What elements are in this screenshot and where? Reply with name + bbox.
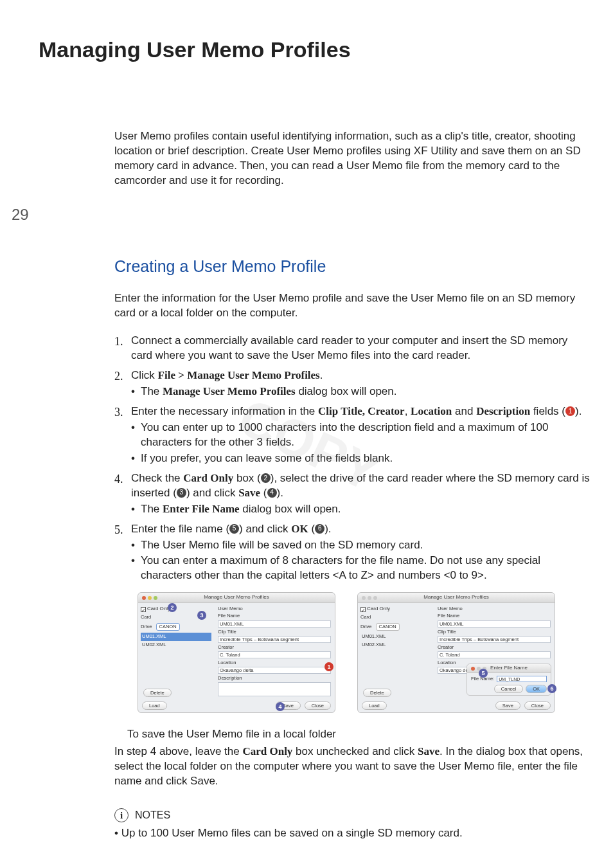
step-3: Enter the necessary information in the C… — [114, 404, 590, 466]
filename-label: File Name — [218, 613, 331, 619]
page-title: Managing User Memo Profiles — [39, 35, 595, 65]
step-1: Connect a commercially available card re… — [114, 334, 590, 363]
callout-6-icon: 6 — [315, 524, 324, 534]
figure-dialog-left: Manage User Memo Profiles Card Only Card… — [138, 592, 335, 713]
load-button-2: Load — [362, 701, 387, 710]
step-3-text: Enter the necessary information in the C… — [131, 405, 582, 417]
step-4: Check the Card Only box (2), select the … — [114, 471, 590, 517]
dialog-titlebar: Manage User Memo Profiles — [138, 593, 335, 603]
step-3-bullet-1: You can enter up to 1000 characters into… — [131, 420, 590, 450]
step-5: Enter the file name (5) and click OK (6)… — [114, 522, 590, 584]
enter-filename-modal: Enter File Name File Name: UM_TLND Cance… — [466, 664, 551, 696]
section-title: Creating a User Memo Profile — [114, 256, 590, 278]
dialog-titlebar-2: Manage User Memo Profiles — [358, 593, 555, 603]
intro-paragraph: User Memo profiles contain useful identi… — [114, 129, 590, 188]
creator-label: Creator — [218, 644, 331, 651]
user-memo-label: User Memo — [218, 606, 331, 612]
callout-3-icon: 3 — [177, 488, 186, 498]
description-input — [218, 682, 331, 696]
delete-button-2: Delete — [363, 689, 391, 697]
step-2: Click File > Manage User Memo Profiles. … — [114, 368, 590, 399]
figure-dialog-right: Manage User Memo Profiles Card Only Card… — [357, 592, 555, 713]
local-folder-heading: To save the User Memo file in a local fo… — [127, 727, 590, 742]
step-5-text: Enter the file name (5) and click OK (6)… — [131, 523, 332, 535]
cancel-button: Cancel — [494, 685, 523, 693]
notes-item: • Up to 100 User Memo files can be saved… — [114, 826, 590, 841]
load-button: Load — [142, 701, 167, 710]
location-label: Location — [218, 660, 331, 666]
dialog-title-2: Manage User Memo Profiles — [358, 594, 555, 601]
cliptitle-label: Clip Title — [218, 629, 331, 635]
step-1-text: Connect a commercially available card re… — [131, 334, 567, 361]
figure-row: Manage User Memo Profiles Card Only Card… — [138, 592, 590, 713]
description-label: Description — [218, 675, 331, 682]
file-item: UM02.XML — [141, 641, 211, 649]
card-only-checkbox — [141, 607, 146, 612]
save-button-2: Save — [495, 701, 520, 710]
step-3-bullet-2: If you prefer, you can leave some of the… — [131, 451, 590, 466]
drive-label: Drive — [141, 624, 152, 630]
file-item-selected: UM01.XML — [141, 633, 211, 640]
delete-button: Delete — [143, 689, 172, 697]
filename-input: UM01.XML — [218, 620, 331, 628]
modal-filename-input: UM_TLND — [497, 676, 547, 682]
step-4-text: Check the Card Only box (2), select the … — [131, 472, 590, 499]
local-folder-paragraph: In step 4 above, leave the Card Only box… — [114, 745, 590, 789]
step-2-bullet: The Manage User Memo Profiles dialog box… — [131, 384, 590, 399]
callout-1-icon: 1 — [565, 406, 575, 416]
marker-6-icon: 6 — [547, 684, 556, 693]
notes-label: NOTES — [135, 808, 170, 822]
drive-select: CANON — [156, 623, 180, 631]
page-number: 29 — [12, 204, 29, 225]
callout-2-icon: 2 — [261, 473, 271, 483]
cliptitle-input: Incredible Trips – Botswana segment — [218, 636, 331, 643]
step-2-text: Click File > Manage User Memo Profiles. — [131, 369, 323, 381]
step-5-bullet-2: You can enter a maximum of 8 characters … — [131, 554, 590, 583]
card-only-checkbox-2 — [360, 607, 366, 612]
callout-5-icon: 5 — [229, 524, 239, 534]
creator-input: C. Toland — [218, 651, 331, 658]
info-icon: i — [114, 808, 129, 822]
card-only-label: Card Only — [147, 606, 170, 613]
section-intro: Enter the information for the User Memo … — [114, 291, 590, 321]
location-input: Okavango delta — [218, 667, 331, 674]
step-4-bullet: The Enter File Name dialog box will open… — [131, 502, 590, 517]
ok-button: OK — [526, 685, 547, 693]
dialog-title: Manage User Memo Profiles — [138, 594, 335, 601]
callout-4-icon: 4 — [267, 488, 277, 498]
close-button: Close — [305, 701, 331, 710]
step-5-bullet-1: The User Memo file will be saved on the … — [131, 538, 590, 553]
close-button-2: Close — [524, 701, 551, 710]
